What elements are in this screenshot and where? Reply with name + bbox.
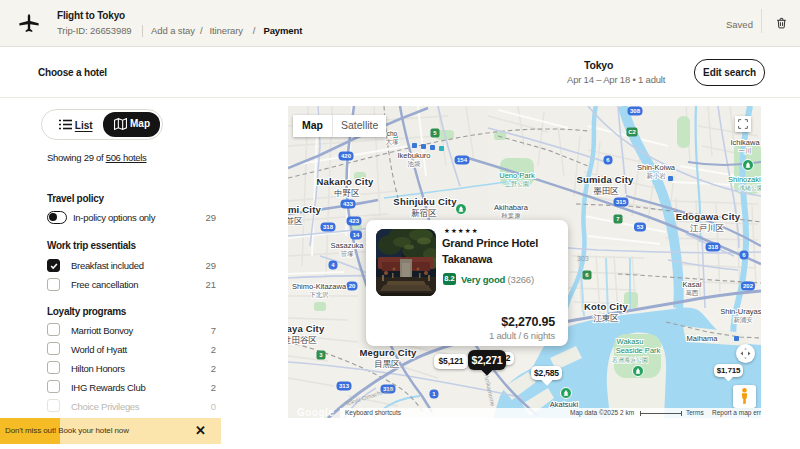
svg-text:Shinjuku City: Shinjuku City xyxy=(393,196,457,207)
svg-text:C2: C2 xyxy=(628,129,636,135)
svg-text:Setagaya City: Setagaya City xyxy=(288,323,325,334)
svg-text:目黒区: 目黒区 xyxy=(374,359,400,369)
svg-text:下北沢: 下北沢 xyxy=(309,291,329,299)
svg-text:202: 202 xyxy=(743,283,754,289)
svg-text:318: 318 xyxy=(323,224,334,230)
svg-text:Kasai: Kasai xyxy=(683,280,702,289)
svg-text:江戸川区: 江戸川区 xyxy=(690,223,724,233)
svg-text:新宿区: 新宿区 xyxy=(411,208,437,218)
svg-text:Wakasu: Wakasu xyxy=(617,337,644,346)
svg-text:420: 420 xyxy=(341,153,352,159)
svg-text:303: 303 xyxy=(577,255,589,262)
svg-text:cho: cho xyxy=(387,130,398,137)
svg-text:Nakano City: Nakano City xyxy=(316,176,374,187)
svg-text:一川: 一川 xyxy=(739,147,752,154)
svg-text:Edogawa City: Edogawa City xyxy=(676,211,741,222)
svg-text:池袋: 池袋 xyxy=(408,160,422,168)
svg-text:若洲海浜公園: 若洲海浜公園 xyxy=(611,356,648,364)
svg-text:Ichikawa: Ichikawa xyxy=(730,138,760,147)
svg-text:20: 20 xyxy=(349,283,356,289)
svg-text:433: 433 xyxy=(343,201,354,207)
svg-text:Maihama: Maihama xyxy=(687,334,719,343)
svg-text:53: 53 xyxy=(637,224,644,230)
svg-text:杉並区: 杉並区 xyxy=(288,216,303,226)
svg-text:世田谷区: 世田谷区 xyxy=(288,335,317,345)
svg-text:14: 14 xyxy=(353,232,360,238)
svg-text:墨田区: 墨田区 xyxy=(593,186,619,196)
svg-text:Sumida City: Sumida City xyxy=(576,174,634,185)
svg-text:中野区: 中野区 xyxy=(334,188,360,198)
svg-text:Google: Google xyxy=(297,407,334,418)
svg-text:大塚: 大塚 xyxy=(386,138,400,145)
svg-text:Akihabara: Akihabara xyxy=(494,203,529,212)
svg-text:浅緒公園: 浅緒公園 xyxy=(739,185,761,192)
svg-text:154: 154 xyxy=(457,157,468,163)
svg-text:江東区: 江東区 xyxy=(593,313,619,323)
svg-text:Suginami City: Suginami City xyxy=(288,204,321,215)
svg-text:423: 423 xyxy=(349,218,360,224)
svg-text:上野公園: 上野公園 xyxy=(504,181,529,188)
svg-text:Shimo-Kitazawa: Shimo-Kitazawa xyxy=(292,282,347,291)
svg-text:Koto City: Koto City xyxy=(584,301,629,312)
svg-text:葛西: 葛西 xyxy=(686,289,700,296)
svg-text:Ikebukuro: Ikebukuro xyxy=(398,151,431,160)
svg-text:308: 308 xyxy=(630,108,641,114)
svg-text:Seaside Park: Seaside Park xyxy=(616,346,661,355)
svg-text:笹塚: 笹塚 xyxy=(341,250,355,257)
svg-text:Shin-Urayasu: Shin-Urayasu xyxy=(720,307,761,316)
svg-text:Sasazuka: Sasazuka xyxy=(331,241,365,250)
svg-text:313: 313 xyxy=(339,383,350,389)
svg-text:Shin-Koiwa: Shin-Koiwa xyxy=(637,163,676,172)
svg-text:Ueno Park: Ueno Park xyxy=(499,171,535,180)
svg-text:Meguro City: Meguro City xyxy=(359,347,417,358)
svg-text:Shinozaki Pa: Shinozaki Pa xyxy=(728,175,761,184)
svg-text:新浦安: 新浦安 xyxy=(733,316,753,324)
svg-text:315: 315 xyxy=(616,199,627,205)
svg-text:318: 318 xyxy=(708,244,719,250)
svg-text:新小岩: 新小岩 xyxy=(646,172,666,180)
svg-text:秋葉原: 秋葉原 xyxy=(501,212,521,219)
